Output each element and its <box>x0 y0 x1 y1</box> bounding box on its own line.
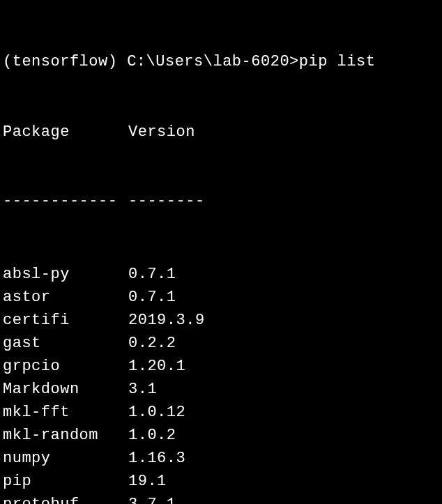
package-name: certifi <box>3 309 128 332</box>
package-version: 1.20.1 <box>128 355 185 378</box>
table-row: gast0.2.2 <box>3 332 439 355</box>
table-row: pip19.1 <box>3 470 439 493</box>
package-name: numpy <box>3 447 128 470</box>
header-package: Package <box>3 121 128 144</box>
header-version: Version <box>128 121 195 144</box>
package-name: mkl-random <box>3 424 128 447</box>
package-version: 1.16.3 <box>128 447 185 470</box>
package-version: 3.7.1 <box>128 493 176 504</box>
package-version: 0.7.1 <box>128 263 176 286</box>
package-name: grpcio <box>3 355 128 378</box>
package-name: astor <box>3 286 128 309</box>
table-row: protobuf3.7.1 <box>3 493 439 504</box>
divider-package: ------------ <box>3 190 128 213</box>
table-header: PackageVersion <box>3 121 439 144</box>
package-version: 0.2.2 <box>128 332 176 355</box>
table-row: mkl-fft1.0.12 <box>3 401 439 424</box>
package-version: 1.0.2 <box>128 424 176 447</box>
package-name: gast <box>3 332 128 355</box>
package-version: 2019.3.9 <box>128 309 205 332</box>
package-version: 3.1 <box>128 378 157 401</box>
table-row: certifi2019.3.9 <box>3 309 439 332</box>
terminal-output[interactable]: (tensorflow) C:\Users\lab-6020>pip list … <box>3 4 439 504</box>
table-divider: -------------------- <box>3 190 439 213</box>
package-version: 19.1 <box>128 470 167 493</box>
divider-version: -------- <box>128 190 205 213</box>
prompt-env: (tensorflow) <box>3 53 117 70</box>
table-row: astor0.7.1 <box>3 286 439 309</box>
package-name: absl-py <box>3 263 128 286</box>
package-name: mkl-fft <box>3 401 128 424</box>
table-row: numpy1.16.3 <box>3 447 439 470</box>
prompt-command: pip list <box>299 53 376 70</box>
prompt-path: C:\Users\lab-6020> <box>127 53 299 70</box>
table-row: absl-py0.7.1 <box>3 263 439 286</box>
package-name: Markdown <box>3 378 128 401</box>
package-name: protobuf <box>3 493 128 504</box>
table-row: Markdown3.1 <box>3 378 439 401</box>
package-version: 1.0.12 <box>128 401 185 424</box>
package-list: absl-py0.7.1astor0.7.1certifi2019.3.9gas… <box>3 263 439 504</box>
package-name: pip <box>3 470 128 493</box>
prompt-line: (tensorflow) C:\Users\lab-6020>pip list <box>3 50 439 73</box>
package-version: 0.7.1 <box>128 286 176 309</box>
table-row: mkl-random1.0.2 <box>3 424 439 447</box>
table-row: grpcio1.20.1 <box>3 355 439 378</box>
